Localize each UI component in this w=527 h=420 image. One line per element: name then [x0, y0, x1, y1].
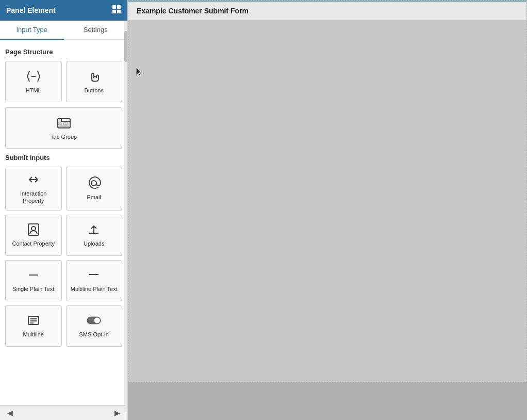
tab-group-grid: Tab Group — [5, 107, 122, 149]
svg-point-13 — [91, 181, 96, 186]
scrollbar-track — [124, 21, 127, 412]
svg-rect-1 — [117, 5, 121, 9]
panel-nav-left[interactable]: ◀ — [4, 408, 16, 418]
tab-settings[interactable]: Settings — [64, 21, 128, 40]
svg-rect-3 — [117, 10, 121, 13]
element-label-contact-property: Contact Property — [12, 240, 55, 247]
canvas-inner: Example Customer Submit Form — [128, 0, 527, 382]
element-label-buttons: Buttons — [85, 87, 104, 94]
element-label-multiline: Multiline — [23, 331, 44, 338]
element-label-interaction-property: Interaction Property — [9, 190, 58, 205]
svg-rect-12 — [58, 126, 69, 127]
submit-inputs-grid: Interaction Property Email — [5, 167, 122, 347]
toggle-icon — [87, 313, 101, 328]
arrows-icon — [26, 172, 41, 187]
element-label-email: Email — [87, 193, 101, 201]
element-label-tab-group: Tab Group — [51, 133, 77, 140]
element-label-sms-opt-in: SMS Opt-In — [79, 331, 109, 338]
element-card-interaction-property[interactable]: Interaction Property — [5, 167, 62, 211]
page-structure-title: Page Structure — [5, 48, 122, 56]
panel-title: Panel Element — [6, 6, 56, 14]
element-card-tab-group[interactable]: Tab Group — [5, 107, 122, 149]
element-card-uploads[interactable]: Uploads — [66, 215, 123, 256]
tab-group-icon — [57, 116, 71, 130]
element-card-sms-opt-in[interactable]: SMS Opt-In — [66, 305, 123, 347]
page-structure-grid: HTML Buttons — [5, 61, 122, 102]
panel-nav: ◀ ▶ — [0, 405, 127, 420]
right-canvas: Example Customer Submit Form — [128, 0, 527, 420]
element-card-html[interactable]: HTML — [5, 61, 62, 102]
tab-input-type[interactable]: Input Type — [0, 21, 64, 40]
multiline-icon — [26, 313, 41, 328]
upload-icon — [87, 222, 101, 237]
svg-rect-10 — [58, 123, 62, 125]
svg-rect-11 — [63, 123, 68, 125]
submit-inputs-title: Submit Inputs — [5, 154, 122, 161]
panel-tabs: Input Type Settings — [0, 21, 127, 40]
scrollbar-thumb[interactable] — [124, 31, 127, 62]
panel-header-grid-icon — [112, 5, 121, 16]
at-icon — [87, 176, 101, 190]
form-title: Example Customer Submit Form — [128, 1, 526, 21]
svg-point-24 — [94, 318, 100, 324]
element-label-html: HTML — [26, 87, 41, 94]
svg-point-15 — [31, 227, 36, 231]
form-container: Example Customer Submit Form — [128, 0, 527, 382]
element-card-single-plain-text[interactable]: Single Plain Text — [5, 260, 62, 301]
element-card-multiline-plain-text[interactable]: Multiline Plain Text — [66, 260, 123, 301]
element-card-multiline[interactable]: Multiline — [5, 305, 62, 347]
element-card-buttons[interactable]: Buttons — [66, 61, 123, 102]
pointer-hand-icon — [87, 69, 101, 84]
panel-header: Panel Element — [0, 0, 127, 21]
element-label-uploads: Uploads — [84, 240, 104, 247]
multiline-text-icon — [87, 268, 101, 282]
element-label-multiline-plain-text: Multiline Plain Text — [71, 285, 118, 293]
contact-icon — [26, 222, 41, 237]
element-card-contact-property[interactable]: Contact Property — [5, 215, 62, 256]
form-body[interactable] — [128, 21, 526, 382]
svg-rect-0 — [112, 5, 116, 9]
panel-nav-right[interactable]: ▶ — [111, 408, 123, 418]
html-icon — [26, 69, 41, 84]
element-card-email[interactable]: Email — [66, 167, 123, 211]
single-text-line-icon — [26, 268, 41, 282]
svg-rect-2 — [112, 10, 116, 13]
panel-content: Page Structure HTML — [0, 40, 127, 405]
element-label-single-plain-text: Single Plain Text — [12, 285, 54, 293]
left-panel: Panel Element Input Type Settings Page S… — [0, 0, 128, 420]
